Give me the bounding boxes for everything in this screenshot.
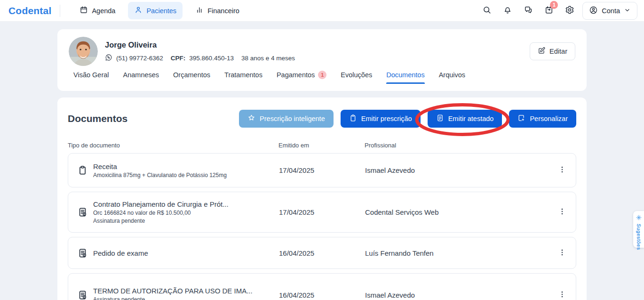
tab-pagamentos[interactable]: Pagamentos 1	[277, 66, 326, 84]
document-subtitle: Assinatura pendente	[93, 296, 253, 300]
messages-button[interactable]	[520, 3, 536, 19]
cashbox-button[interactable]: 1	[541, 3, 557, 19]
calendar-icon	[80, 6, 88, 16]
column-type: Tipo de documento	[68, 142, 278, 149]
search-icon	[482, 5, 492, 16]
document-professional: Ismael Azevedo	[365, 166, 554, 174]
table-row[interactable]: Pedido de exame 16/04/2025 Luís Fernando…	[68, 237, 576, 269]
row-menu-button[interactable]	[554, 245, 570, 261]
sparkles-icon	[636, 214, 642, 222]
row-menu-button[interactable]	[554, 287, 570, 300]
document-professional: Luís Fernando Tenfen	[365, 249, 554, 257]
emit-certificate-button[interactable]: Emitir atestado	[428, 110, 502, 128]
table-row[interactable]: TERMO DE AUTORIZAÇÃO PARA USO DE IMA... …	[68, 273, 576, 300]
cashbox-badge: 1	[550, 1, 558, 9]
patient-phone: (51) 99772-6362	[116, 55, 163, 62]
app-window: Codental Agenda Pacientes Financeiro	[0, 0, 644, 300]
notifications-button[interactable]	[500, 3, 516, 19]
suggestions-label: Sugestões	[636, 224, 642, 250]
document-title: TERMO DE AUTORIZAÇÃO PARA USO DE IMA...	[93, 287, 253, 295]
document-date: 16/04/2025	[279, 249, 365, 257]
emit-prescription-button[interactable]: Emitir prescrição	[341, 110, 421, 128]
smart-prescription-label: Prescrição inteligente	[260, 115, 325, 122]
kebab-icon	[558, 248, 566, 258]
document-professional: Ismael Azevedo	[365, 291, 554, 299]
chat-icon	[524, 5, 533, 16]
customize-label: Personalizar	[530, 115, 568, 122]
tab-arquivos[interactable]: Arquivos	[439, 66, 465, 84]
app-logo: Codental	[7, 5, 60, 16]
tab-documentos[interactable]: Documentos	[386, 66, 424, 84]
edit-patient-button[interactable]: Editar	[530, 42, 575, 60]
kebab-icon	[558, 165, 566, 175]
table-row[interactable]: Contrato Planejamento de Cirurgia e Prót…	[68, 192, 576, 233]
search-button[interactable]	[479, 3, 495, 19]
nav-item-agenda[interactable]: Agenda	[73, 2, 121, 19]
document-title: Pedido de exame	[93, 249, 148, 257]
emit-prescription-label: Emitir prescrição	[361, 115, 412, 122]
bell-icon	[503, 5, 512, 16]
documents-table: Receita Amoxicilina 875mg + Clavulanato …	[68, 153, 576, 300]
main-content: Jorge Oliveira (51) 99772-6362 CPF: 395.…	[0, 22, 644, 300]
clipboard-icon	[349, 114, 357, 123]
document-title: Contrato Planejamento de Cirurgia e Prót…	[93, 200, 229, 208]
column-professional: Profissional	[365, 142, 555, 149]
top-navigation-bar: Codental Agenda Pacientes Financeiro	[0, 0, 644, 22]
account-label: Conta	[602, 7, 620, 15]
doc-signature-icon	[77, 248, 88, 259]
tab-visão-geral[interactable]: Visão Geral	[73, 66, 109, 84]
patient-avatar[interactable]	[69, 37, 98, 66]
patient-tabs: Visão Geral Anamneses Orçamentos Tratame…	[73, 66, 575, 84]
kebab-icon	[558, 290, 566, 300]
doc-signature-icon	[77, 290, 88, 300]
documents-actions: Prescrição inteligente Emitir prescrição	[239, 110, 576, 128]
smart-prescription-button[interactable]: Prescrição inteligente	[239, 110, 334, 128]
star-icon	[247, 114, 255, 123]
row-menu-button[interactable]	[554, 204, 570, 220]
person-icon	[134, 6, 143, 16]
document-subtitle: Assinatura pendente	[93, 218, 229, 224]
document-date: 17/04/2025	[279, 208, 365, 216]
kebab-icon	[558, 207, 566, 217]
documents-card: Documentos Prescrição inteligente	[57, 97, 587, 300]
column-date: Emitido em	[278, 142, 365, 149]
documents-title: Documentos	[68, 113, 127, 124]
document-subtitle: Amoxicilina 875mg + Clavulanato de Potás…	[93, 172, 227, 178]
edit-pencil-icon	[538, 47, 546, 56]
chart-icon	[195, 6, 204, 16]
settings-button[interactable]	[562, 3, 578, 19]
document-subtitle: Orc 1666824 no valor de R$ 10.500,00	[93, 210, 229, 216]
chevron-down-icon	[624, 7, 631, 15]
table-header: Tipo de documento Emitido em Profissiona…	[68, 142, 576, 153]
tab-anamneses[interactable]: Anamneses	[123, 66, 159, 84]
row-menu-button[interactable]	[554, 162, 570, 178]
document-professional: Codental Serviços Web	[365, 208, 554, 216]
file-text-icon	[436, 114, 444, 123]
main-nav: Agenda Pacientes Financeiro	[73, 2, 245, 19]
clipboard-icon	[77, 165, 88, 176]
nav-item-financeiro[interactable]: Financeiro	[189, 2, 246, 19]
tab-evoluções[interactable]: Evoluções	[341, 66, 372, 84]
tab-tratamentos[interactable]: Tratamentos	[224, 66, 262, 84]
patient-cpf: 395.860.450-13	[189, 55, 234, 62]
nav-item-pacientes[interactable]: Pacientes	[128, 2, 183, 19]
account-button[interactable]: Conta	[582, 2, 637, 20]
patient-age: 38 anos e 4 meses	[241, 55, 295, 62]
divider	[60, 5, 60, 17]
patient-header-card: Jorge Oliveira (51) 99772-6362 CPF: 395.…	[57, 29, 587, 91]
topbar-actions: 1 Conta	[479, 2, 637, 20]
document-title: Receita	[93, 162, 227, 170]
edit-label: Editar	[549, 48, 567, 55]
whatsapp-icon[interactable]	[105, 54, 112, 63]
account-avatar-icon	[589, 6, 598, 16]
gear-icon	[565, 5, 574, 16]
document-date: 17/04/2025	[279, 166, 365, 174]
doc-signature-icon	[77, 207, 88, 218]
suggestions-tab[interactable]: Sugestões	[633, 211, 644, 248]
table-row[interactable]: Receita Amoxicilina 875mg + Clavulanato …	[68, 153, 576, 187]
tab-orçamentos[interactable]: Orçamentos	[173, 66, 210, 84]
patient-name: Jorge Oliveira	[105, 41, 295, 49]
customize-button[interactable]: Personalizar	[509, 110, 576, 128]
document-date: 16/04/2025	[279, 291, 365, 299]
emit-certificate-label: Emitir atestado	[448, 115, 494, 122]
